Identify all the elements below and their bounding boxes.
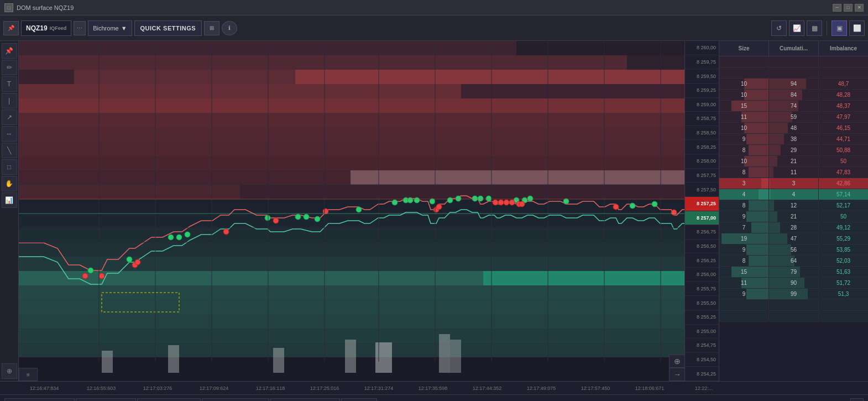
tab-vwap[interactable]: VWAP	[341, 398, 377, 402]
orderbook-row[interactable]: 157448,37	[719, 101, 868, 112]
ob-cumulative-cell: 99	[769, 289, 819, 299]
chart-tool[interactable]: 📊	[2, 192, 17, 208]
ob-size-cell	[719, 67, 769, 78]
tab-time-statistics[interactable]: TIME STATISTICS	[202, 398, 269, 402]
chart-scroll-right[interactable]: →	[669, 368, 686, 381]
orderbook-row[interactable]: 3342,86	[719, 178, 868, 189]
orderbook-row[interactable]	[719, 300, 868, 311]
h-line-tool[interactable]: ↔	[2, 126, 17, 142]
orderbook-row[interactable]	[719, 311, 868, 322]
close-button[interactable]: ✕	[855, 4, 864, 12]
svg-point-79	[613, 204, 619, 210]
tab-custom-profile[interactable]: CUSTOM PROFILE	[4, 398, 75, 402]
scroll-down-tool[interactable]: ⊕	[2, 363, 17, 379]
orderbook-row[interactable]	[719, 56, 868, 67]
orderbook-row[interactable]: 93844,71	[719, 134, 868, 145]
time-label-2: 12:16:55:603	[87, 386, 116, 391]
chart-collapse-button[interactable]: ≡	[19, 368, 38, 381]
price-label: 8 255,50	[685, 296, 719, 310]
svg-point-55	[472, 196, 478, 201]
ob-imbalance-value: 55,29	[836, 236, 850, 242]
ob-cumulative-cell: 59	[769, 112, 819, 122]
orderbook-row[interactable]: 92150	[719, 211, 868, 222]
draw-tool[interactable]: ✏	[2, 60, 17, 75]
chart-zoom-button[interactable]: ⊕	[669, 355, 686, 368]
orderbook-row[interactable]: 4457,14	[719, 189, 868, 200]
ob-size-value: 8	[742, 169, 746, 175]
rect-tool[interactable]: □	[2, 159, 17, 175]
orderbook-row[interactable]: 99951,3	[719, 289, 868, 300]
ob-cumulative-cell: 12	[769, 200, 819, 211]
orderbook-row[interactable]: 109448,7	[719, 79, 868, 90]
svg-point-41	[176, 235, 182, 240]
ob-size-cell: 10	[719, 79, 769, 89]
orderbook-row[interactable]: 115947,97	[719, 112, 868, 123]
layout-button[interactable]: ▣	[832, 20, 847, 36]
tab-left-profile[interactable]: LEFT PROFILE	[76, 398, 136, 402]
svg-rect-28	[19, 314, 704, 329]
ob-imbalance-cell: 52,03	[819, 256, 868, 266]
text-tool[interactable]: T	[2, 76, 17, 92]
orderbook-row[interactable]: 119051,72	[719, 278, 868, 289]
chart-button[interactable]: 📈	[789, 20, 804, 36]
price-label: 8 256,50	[685, 239, 719, 254]
ob-imbalance-value: 49,12	[836, 225, 850, 231]
theme-dropdown[interactable]: Bichrome ▼	[88, 20, 132, 36]
orderbook-row[interactable]: 194755,29	[719, 233, 868, 244]
ob-imbalance-cell: 44,71	[819, 134, 868, 144]
toolbar-right: ↺ 📈 ▦ ▣ ⬜	[771, 20, 865, 36]
pin-button[interactable]: 📌	[3, 21, 19, 35]
settings-grid-button[interactable]: ⊞	[204, 21, 219, 35]
ob-cumulative-cell: 4	[769, 189, 819, 200]
symbol-more-button[interactable]: ⋯	[74, 21, 86, 35]
price-label: 8 257,00	[685, 211, 719, 226]
orderbook-row[interactable]: 102150	[719, 156, 868, 167]
orderbook-row[interactable]: 95653,85	[719, 244, 868, 256]
arrow-tool[interactable]: ↗	[2, 110, 17, 125]
cursor-tool[interactable]: ✋	[2, 176, 17, 191]
ob-size-cell	[719, 300, 769, 310]
orderbook-row[interactable]: 108448,28	[719, 90, 868, 101]
ob-cumulative-cell: 28	[769, 222, 819, 233]
ob-imbalance-value: 47,97	[836, 114, 850, 120]
orderbook-row[interactable]	[719, 67, 868, 79]
refresh-button[interactable]: ↺	[771, 20, 787, 36]
fullscreen-button[interactable]: ⬜	[849, 20, 865, 36]
tab-time-histogram[interactable]: TIME HISTOGRAM	[270, 398, 340, 402]
orderbook-row[interactable]: 81147,83	[719, 167, 868, 178]
orderbook-row[interactable]: 86452,03	[719, 256, 868, 267]
ob-imbalance-value: 44,71	[836, 136, 850, 142]
ob-cumulative-cell	[769, 300, 819, 310]
ob-size-cell: 10	[719, 156, 769, 166]
ob-cumulative-value: 38	[791, 136, 797, 142]
ob-imbalance-cell: 49,12	[819, 222, 868, 233]
table-button[interactable]: ▦	[807, 20, 822, 36]
orderbook-row[interactable]: 104846,15	[719, 123, 868, 134]
orderbook-row[interactable]: 81252,17	[719, 200, 868, 211]
orderbook-row[interactable]: 157951,63	[719, 267, 868, 278]
minimize-button[interactable]: ─	[833, 4, 841, 12]
ob-size-cell: 10	[719, 123, 769, 133]
diag-tool[interactable]: ╲	[2, 143, 17, 158]
ob-cumulative-value: 56	[791, 247, 797, 253]
info-button[interactable]: ℹ	[222, 21, 237, 35]
svg-point-42	[185, 232, 190, 237]
pin-tool[interactable]: 📌	[2, 43, 17, 59]
tab-settings-button[interactable]: ⚙	[850, 398, 864, 402]
ob-cumulative-value: 28	[791, 225, 797, 231]
quick-settings-button[interactable]: QUICK SETTINGS	[134, 20, 202, 36]
ob-cumulative-cell	[769, 311, 819, 321]
orderbook-row[interactable]: 72849,12	[719, 222, 868, 233]
orderbook-row[interactable]: 82950,88	[719, 145, 868, 156]
ob-size-cell: 9	[719, 289, 769, 299]
chart-svg: → →	[19, 41, 719, 381]
chart-area[interactable]: → → ≡ ⊕ → 8 260,008 259,758 259,508 259,…	[19, 41, 719, 381]
price-label: 8 259,25	[685, 84, 719, 98]
ob-cumulative-cell: 56	[769, 244, 819, 255]
line-tool[interactable]: |	[2, 93, 17, 108]
ob-size-value: 15	[741, 103, 747, 109]
maximize-button[interactable]: □	[844, 4, 853, 12]
symbol-text: NQZ19	[26, 24, 48, 32]
time-label-13: 12:22:...	[695, 386, 713, 391]
tab-right-profile[interactable]: RIGHT PROFILE	[137, 398, 201, 402]
